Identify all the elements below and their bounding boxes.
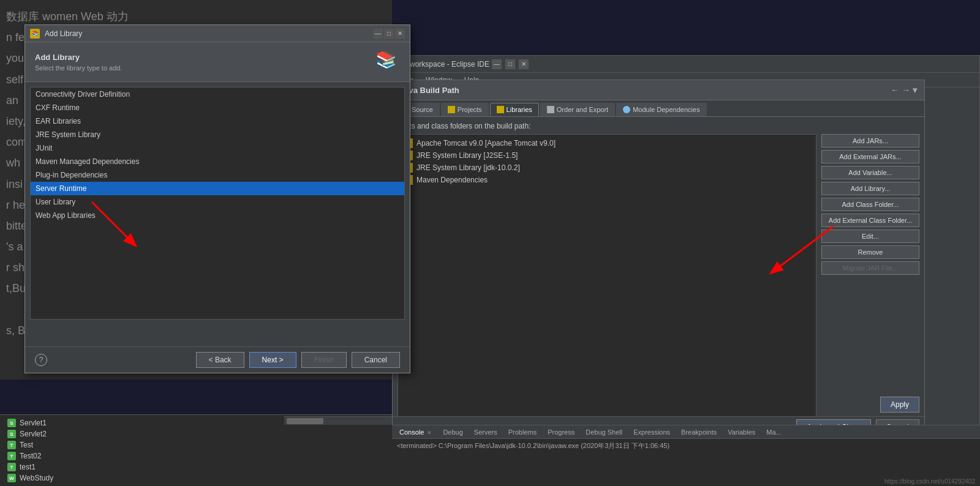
libraries-list[interactable]: J Apache Tomcat v9.0 [Apache Tomcat v9.0… [398, 134, 816, 417]
lib-type-webapp[interactable]: Web App Libraries [31, 209, 404, 222]
apply-button[interactable]: Apply [880, 397, 919, 413]
nav-arrows: ← → ▾ [891, 85, 917, 95]
console-tab-debugshell[interactable]: Debug Shell [581, 427, 627, 437]
dialog-minimize-btn[interactable]: — [373, 29, 383, 39]
edit-button[interactable]: Edit... [821, 230, 919, 243]
project-tree: S Servlet1 S Servlet2 T Test T Test02 T … [0, 414, 392, 486]
cancel-button[interactable]: Cancel [352, 352, 400, 368]
back-button[interactable]: < Back [196, 352, 244, 368]
dialog-action-buttons: < Back Next > Finish Cancel [196, 352, 400, 368]
console-tab-debug[interactable]: Debug [438, 427, 467, 437]
nav-back-arrow[interactable]: ← [891, 85, 899, 95]
lib-type-plugin[interactable]: Plug-in Dependencies [31, 168, 404, 182]
console-text: <terminated> C:\Program Files\Java\jdk-1… [397, 442, 669, 449]
eclipse-maximize-btn[interactable]: □ [505, 59, 515, 69]
order-icon [547, 106, 554, 113]
library-type-list[interactable]: Connectivity Driver Definition CXF Runti… [30, 87, 405, 320]
help-icon[interactable]: ? [35, 354, 47, 366]
dialog-header-text: Add Library Select the library type to a… [35, 53, 122, 72]
migrate-jar-button: Migrate JAR File... [821, 261, 919, 275]
add-jars-button[interactable]: Add JARs... [821, 134, 919, 148]
dialog-close-btn[interactable]: ✕ [395, 29, 405, 39]
lib-item-tomcat[interactable]: J Apache Tomcat v9.0 [Apache Tomcat v9.0… [401, 137, 813, 149]
lib-item-maven[interactable]: J Maven Dependencies [401, 174, 813, 186]
console-close-icon[interactable]: ✕ [427, 430, 432, 436]
module-icon [623, 106, 630, 113]
tree-label-test1: test1 [20, 463, 36, 471]
libraries-icon [497, 106, 504, 113]
lib-type-connectivity[interactable]: Connectivity Driver Definition [31, 88, 404, 101]
lib-type-maven[interactable]: Maven Managed Dependencies [31, 155, 404, 168]
console-tabs: Console ✕ Debug Servers Problems Progres… [392, 425, 980, 439]
tree-icon-servlet1: S [7, 419, 16, 427]
console-tab-breakpoints[interactable]: Breakpoints [676, 427, 722, 437]
tab-projects-label: Projects [458, 106, 482, 113]
remove-button[interactable]: Remove [821, 245, 919, 259]
console-tab-progress[interactable]: Progress [543, 427, 579, 437]
tab-order[interactable]: Order and Export [540, 103, 615, 116]
scrollbar-thumb[interactable] [287, 418, 323, 424]
eclipse-titlebar: E workspace - Eclipse IDE — □ ✕ [393, 56, 979, 73]
eclipse-minimize-btn[interactable]: — [492, 59, 502, 69]
add-external-class-folder-button[interactable]: Add External Class Folder... [821, 214, 919, 227]
build-path-header: Java Build Path ← → ▾ [393, 80, 924, 100]
dialog-header: Add Library Select the library type to a… [25, 42, 410, 82]
tree-icon-test1: T [7, 463, 16, 471]
tree-label-test02: Test02 [20, 452, 41, 460]
dialog-books-icon: 📚 [375, 50, 400, 74]
library-action-buttons: Add JARs... Add External JARs... Add Var… [821, 134, 919, 417]
console-tab-problems[interactable]: Problems [503, 427, 541, 437]
status-url: https://blog.csdn.net/u014292402 [880, 477, 980, 486]
lib-type-ear[interactable]: EAR Libraries [31, 114, 404, 128]
console-tab-expressions[interactable]: Expressions [628, 427, 675, 437]
tree-item-test1[interactable]: T test1 [2, 462, 390, 473]
nav-forward-arrow[interactable]: → [902, 85, 910, 95]
add-variable-button[interactable]: Add Variable... [821, 166, 919, 179]
dialog-window-buttons: — □ ✕ [373, 29, 405, 39]
tab-order-label: Order and Export [557, 106, 608, 113]
lib-type-server-runtime[interactable]: Server Runtime [31, 182, 404, 195]
tab-module-label: Module Dependencies [633, 106, 699, 113]
tree-label-servlet2: Servlet2 [20, 430, 47, 438]
console-panel: Console ✕ Debug Servers Problems Progres… [392, 425, 980, 486]
lib-item-jre-jdk[interactable]: J JRE System Library [jdk-10.0.2] [401, 162, 813, 174]
eclipse-close-btn[interactable]: ✕ [519, 59, 529, 69]
tab-libraries[interactable]: Libraries [490, 103, 539, 116]
lib-type-cxf[interactable]: CXF Runtime [31, 101, 404, 114]
console-tab-servers[interactable]: Servers [469, 427, 502, 437]
lib-type-junit[interactable]: JUnit [31, 141, 404, 155]
nav-down-arrow[interactable]: ▾ [913, 85, 917, 95]
dialog-titlebar: 📚 Add Library — □ ✕ [25, 25, 410, 42]
tab-source-label: Source [412, 106, 433, 113]
lib-name-tomcat: Apache Tomcat v9.0 [Apache Tomcat v9.0] [417, 139, 556, 148]
lib-type-jre[interactable]: JRE System Library [31, 128, 404, 141]
finish-button: Finish [301, 352, 347, 368]
dialog-app-icon: 📚 [30, 29, 40, 39]
add-external-jars-button[interactable]: Add External JARs... [821, 150, 919, 163]
tree-item-test[interactable]: T Test [2, 439, 390, 450]
dialog-header-subtitle: Select the library type to add. [35, 64, 122, 72]
tree-item-servlet2[interactable]: S Servlet2 [2, 428, 390, 439]
lib-type-user[interactable]: User Library [31, 195, 404, 209]
eclipse-title: workspace - Eclipse IDE [410, 60, 489, 69]
tree-icon-webstudy: W [7, 474, 16, 482]
next-button[interactable]: Next > [249, 352, 296, 368]
horizontal-scrollbar[interactable] [284, 416, 392, 425]
dialog-title-text: Add Library [45, 29, 82, 38]
tree-item-webstudy[interactable]: W WebStudy [2, 473, 390, 484]
console-tab-variables[interactable]: Variables [723, 427, 760, 437]
console-tab-console[interactable]: Console ✕ [394, 427, 437, 437]
add-library-button[interactable]: Add Library... [821, 182, 919, 195]
tree-item-test02[interactable]: T Test02 [2, 450, 390, 462]
tree-label-servlet1: Servlet1 [20, 419, 47, 427]
build-path-tabs: Source Projects Libraries Order and Expo… [393, 100, 924, 117]
console-tab-more[interactable]: Ma... [761, 427, 786, 437]
tab-module[interactable]: Module Dependencies [616, 103, 706, 116]
add-class-folder-button[interactable]: Add Class Folder... [821, 198, 919, 211]
dialog-maximize-btn[interactable]: □ [384, 29, 394, 39]
build-path-content: JARs and class folders on the build path… [393, 117, 924, 422]
lib-item-jre-j2se[interactable]: J JRE System Library [J2SE-1.5] [401, 149, 813, 162]
tab-projects[interactable]: Projects [441, 103, 489, 116]
content-label: JARs and class folders on the build path… [398, 122, 919, 130]
lib-name-jre-j2se: JRE System Library [J2SE-1.5] [417, 151, 518, 160]
